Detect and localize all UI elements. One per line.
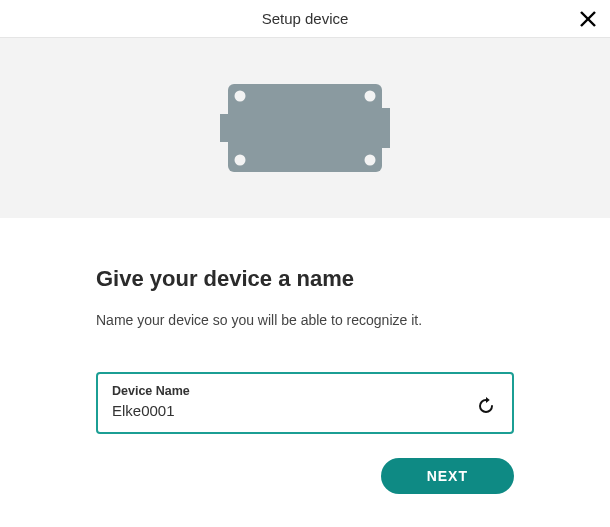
hero-image-area (0, 38, 610, 218)
content-area: Give your device a name Name your device… (0, 218, 610, 494)
page-heading: Give your device a name (96, 266, 514, 292)
regenerate-name-button[interactable] (474, 394, 498, 418)
device-name-field[interactable]: Device Name (96, 372, 514, 434)
close-icon (579, 10, 597, 28)
device-board-icon (220, 78, 390, 178)
device-name-field-inner: Device Name (112, 384, 466, 420)
svg-point-8 (365, 155, 376, 166)
svg-marker-9 (486, 397, 490, 403)
dialog-header: Setup device (0, 0, 610, 38)
device-name-label: Device Name (112, 384, 466, 398)
close-button[interactable] (576, 7, 600, 31)
actions-row: NEXT (96, 458, 514, 494)
dialog-title: Setup device (262, 10, 349, 27)
svg-point-5 (235, 91, 246, 102)
svg-point-6 (365, 91, 376, 102)
svg-rect-4 (228, 84, 382, 172)
refresh-icon (477, 397, 495, 415)
page-subtext: Name your device so you will be able to … (96, 312, 514, 328)
next-button[interactable]: NEXT (381, 458, 514, 494)
device-name-input[interactable] (112, 400, 466, 419)
svg-point-7 (235, 155, 246, 166)
